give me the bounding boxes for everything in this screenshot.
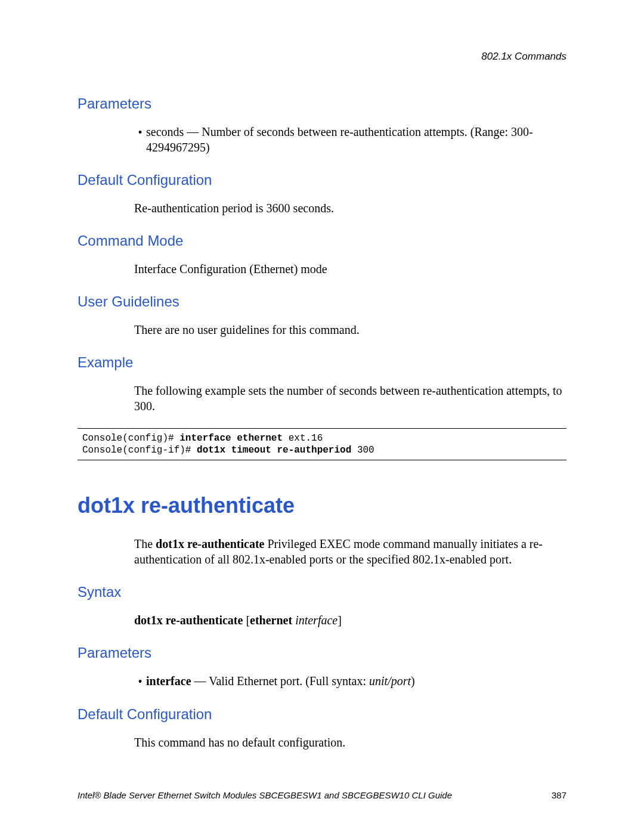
heading-parameters-2: Parameters (78, 645, 566, 661)
code-line-1-command: interface ethernet (179, 433, 288, 444)
page-footer: Intel® Blade Server Ethernet Switch Modu… (0, 790, 644, 800)
code-example-box: Console(config)# interface ethernet ext.… (78, 428, 566, 460)
heading-parameters-1: Parameters (78, 95, 566, 112)
example-body: The following example sets the number of… (134, 383, 566, 414)
footer-page-number: 387 (552, 790, 566, 800)
heading-syntax: Syntax (78, 584, 566, 600)
intro-prefix: The (134, 537, 156, 550)
syntax-cmd: dot1x re-authenticate (134, 614, 246, 627)
code-line-1-prefix: Console(config)# (82, 433, 179, 444)
intro-command-name: dot1x re-authenticate (156, 537, 264, 550)
syntax-body: dot1x re-authenticate [ethernet interfac… (134, 612, 566, 628)
command-mode-body: Interface Configuration (Ethernet) mode (134, 261, 566, 277)
code-line-1-arg: ext.16 (289, 433, 323, 444)
parameters-body-1: • seconds — Number of seconds between re… (134, 124, 566, 155)
param-name: interface (146, 674, 191, 688)
parameters-body-2: • interface — Valid Ethernet port. (Full… (134, 673, 566, 689)
document-page: 802.1x Commands Parameters • seconds — N… (0, 0, 644, 750)
parameters-bullet-text-2: interface — Valid Ethernet port. (Full s… (146, 673, 566, 689)
page-header-chapter: 802.1x Commands (78, 51, 566, 63)
parameters-bullet-text-1: seconds — Number of seconds between re-a… (146, 124, 566, 155)
syntax-keyword: ethernet (250, 614, 295, 627)
param-desc: — Valid Ethernet port. (Full syntax: (191, 674, 370, 688)
param-end: ) (411, 674, 415, 688)
bullet-dot-icon: • (134, 673, 146, 689)
syntax-arg: interface (295, 614, 338, 627)
user-guidelines-body: There are no user guidelines for this co… (134, 322, 566, 337)
footer-title: Intel® Blade Server Ethernet Switch Modu… (78, 790, 452, 800)
param-syntax: unit/port (369, 674, 411, 688)
code-line-2-prefix: Console(config-if)# (82, 445, 197, 456)
bullet-dot-icon: • (134, 124, 146, 140)
heading-default-config-1: Default Configuration (78, 172, 566, 188)
code-line-2-arg: 300 (357, 445, 374, 456)
heading-user-guidelines: User Guidelines (78, 293, 566, 310)
code-line-2-command: dot1x timeout re-authperiod (197, 445, 357, 456)
command-intro: The dot1x re-authenticate Privileged EXE… (134, 536, 566, 567)
command-title: dot1x re-authenticate (78, 493, 566, 518)
default-config-body-1: Re-authentication period is 3600 seconds… (134, 200, 566, 216)
syntax-bracket-close: ] (338, 614, 342, 627)
default-config-body-2: This command has no default configuratio… (134, 735, 566, 750)
heading-example: Example (78, 354, 566, 371)
heading-default-config-2: Default Configuration (78, 706, 566, 723)
heading-command-mode: Command Mode (78, 233, 566, 249)
